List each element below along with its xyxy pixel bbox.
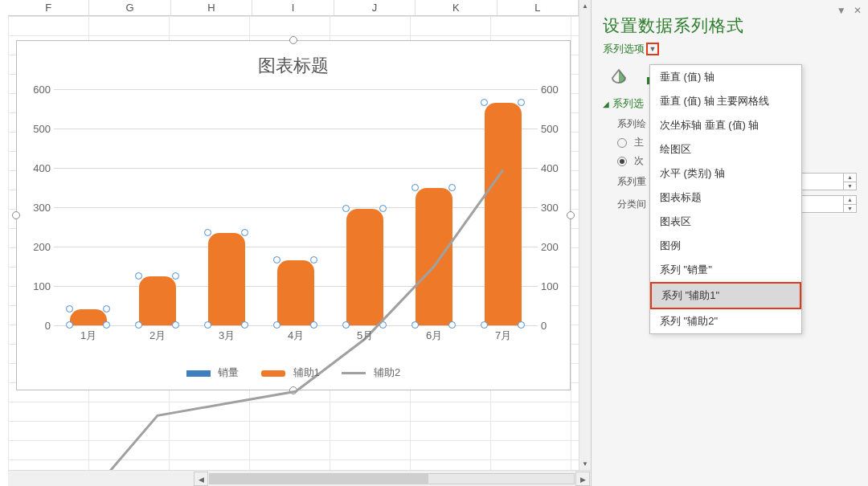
legend-swatch-orange xyxy=(261,370,285,377)
dropdown-item-3[interactable]: 绘图区 xyxy=(650,137,801,161)
dropdown-item-10[interactable]: 系列 "辅助2" xyxy=(650,309,801,333)
chart-resize-handle-left[interactable] xyxy=(12,211,20,219)
overlap-spin-down[interactable]: ▼ xyxy=(843,182,856,190)
chevron-down-icon[interactable]: ▼ xyxy=(646,43,659,55)
chart-legend[interactable]: 销量 辅助1 辅助2 xyxy=(17,366,570,380)
vscroll-up-button[interactable]: ▲ xyxy=(579,0,591,12)
legend-item-aux2[interactable]: 辅助2 xyxy=(342,366,400,380)
legend-item-aux1[interactable]: 辅助1 xyxy=(261,366,320,380)
hscroll-track[interactable] xyxy=(209,473,575,484)
dropdown-item-0[interactable]: 垂直 (值) 轴 xyxy=(650,65,801,89)
gap-spin-down[interactable]: ▼ xyxy=(843,205,856,213)
legend-swatch-gray xyxy=(342,372,366,374)
dropdown-item-5[interactable]: 图表标题 xyxy=(650,186,801,210)
dropdown-item-8[interactable]: 系列 "销量" xyxy=(650,258,801,282)
col-F[interactable]: F xyxy=(8,0,89,15)
dropdown-item-1[interactable]: 垂直 (值) 轴 主要网格线 xyxy=(650,89,801,113)
col-I[interactable]: I xyxy=(252,0,334,15)
plot-area[interactable]: 0100200300400500600 0100200300400500600 … xyxy=(54,89,538,325)
pane-title: 设置数据系列格式 xyxy=(603,14,857,37)
vscroll-down-button[interactable]: ▼ xyxy=(579,458,591,470)
col-K[interactable]: K xyxy=(416,0,497,15)
dropdown-item-6[interactable]: 图表区 xyxy=(650,210,801,234)
col-H[interactable]: H xyxy=(171,0,252,15)
primary-y-axis[interactable]: 0100200300400500600 xyxy=(22,89,51,325)
pane-minimize-icon[interactable]: ▼ xyxy=(837,5,846,16)
series-options-label: 系列选项 xyxy=(603,42,645,56)
hscroll-thumb[interactable] xyxy=(210,474,428,484)
dropdown-item-2[interactable]: 次坐标轴 垂直 (值) 轴 xyxy=(650,113,801,137)
series-options-dropdown-trigger[interactable]: 系列选项 ▼ xyxy=(603,42,659,56)
radio-primary-axis[interactable] xyxy=(617,138,627,148)
column-headers: F G H I J K L xyxy=(8,0,579,16)
legend-label-2: 辅助2 xyxy=(374,366,400,378)
gap-spin-up[interactable]: ▲ xyxy=(843,196,856,205)
radio-secondary-axis[interactable] xyxy=(617,157,627,166)
chart-object[interactable]: 图表标题 0100200300400500600 010020030040050… xyxy=(16,40,571,390)
dropdown-item-9[interactable]: 系列 "辅助1" xyxy=(650,282,801,309)
col-L[interactable]: L xyxy=(497,0,579,15)
horizontal-scrollbar[interactable]: ◀ ▶ xyxy=(8,470,591,486)
hscroll-right-button[interactable]: ▶ xyxy=(575,472,590,486)
series-dropdown[interactable]: 垂直 (值) 轴垂直 (值) 轴 主要网格线次坐标轴 垂直 (值) 轴绘图区水平… xyxy=(649,64,802,334)
secondary-axis-label: 次 xyxy=(634,155,644,166)
legend-swatch-blue xyxy=(186,370,211,377)
category-axis[interactable]: 1月2月3月4月5月6月7月 xyxy=(54,329,538,345)
col-J[interactable]: J xyxy=(334,0,416,15)
legend-item-sales[interactable]: 销量 xyxy=(186,366,240,380)
pane-close-icon[interactable]: ✕ xyxy=(854,5,862,16)
legend-label-0: 销量 xyxy=(218,366,239,378)
secondary-y-axis[interactable]: 0100200300400500600 xyxy=(541,89,570,325)
hscroll-left-button[interactable]: ◀ xyxy=(194,472,208,486)
chart-resize-handle-top[interactable] xyxy=(289,36,297,44)
overlap-spin-up[interactable]: ▲ xyxy=(843,174,856,182)
legend-label-1: 辅助1 xyxy=(293,366,320,378)
dropdown-item-4[interactable]: 水平 (类别) 轴 xyxy=(650,161,801,186)
primary-axis-label: 主 xyxy=(634,137,644,148)
chart-title[interactable]: 图表标题 xyxy=(17,41,570,78)
dropdown-item-7[interactable]: 图例 xyxy=(650,234,801,258)
col-G[interactable]: G xyxy=(89,0,170,15)
fill-outline-tab-icon[interactable] xyxy=(608,67,630,87)
vertical-scrollbar[interactable]: ▲ ▼ xyxy=(579,0,591,470)
